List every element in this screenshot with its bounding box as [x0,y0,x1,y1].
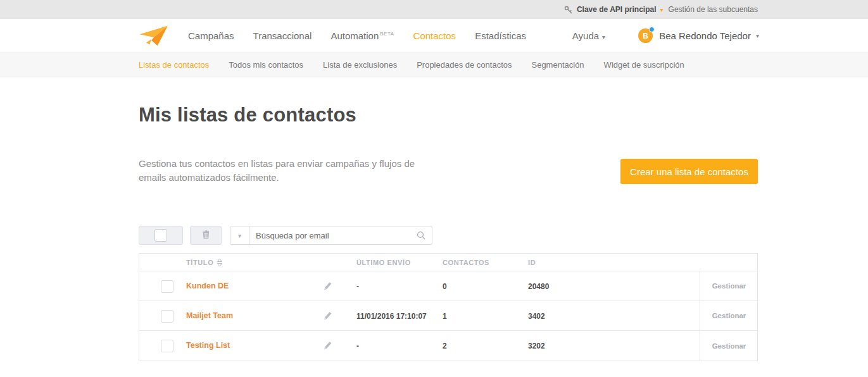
row-checkbox[interactable] [161,340,173,352]
edit-pencil-icon[interactable] [322,339,333,354]
edit-pencil-icon[interactable] [322,280,333,295]
nav-item-campanas[interactable]: Campañas [188,30,234,41]
row-checkbox[interactable] [161,310,173,323]
table-header: TÍTULO ÚLTIMO ENVÍO CONTACTOS ID [139,254,757,271]
manage-button[interactable]: Gestionar [712,342,746,350]
subnav-item-widget[interactable]: Widget de suscripción [604,60,684,70]
manage-button[interactable]: Gestionar [712,282,746,290]
column-header-ultimo-envio[interactable]: ÚLTIMO ENVÍO [356,259,411,266]
table-row: Kunden DE - 0 20480 Gestionar [139,271,757,301]
nav-item-automation[interactable]: AutomationBETA [330,30,394,41]
chevron-down-icon: ▾ [756,32,759,39]
beta-badge: BETA [380,31,394,37]
table-row: Testing List - 2 3202 Gestionar [139,331,757,361]
content: Mis listas de contactos Gestiona tus con… [0,77,868,377]
search-icon[interactable] [417,231,426,240]
subnav-item-segmentacion[interactable]: Segmentación [531,60,584,70]
chevron-down-icon: ▾ [238,232,241,239]
page-description: Gestiona tus contactos en listas para en… [139,157,436,185]
avatar: B [638,28,653,43]
last-sent-cell: - [356,342,359,350]
nav-items: Campañas Transaccional AutomationBETA Co… [188,30,526,41]
column-header-id[interactable]: ID [528,259,536,266]
trash-icon [201,229,211,242]
page: Clave de API principal ▾ Gestión de las … [0,0,868,377]
mailjet-logo-icon[interactable] [138,24,170,48]
notification-dot [649,27,655,32]
chevron-down-icon: ▾ [602,34,605,40]
id-cell: 3402 [528,312,545,321]
nav-item-automation-label: Automation [330,30,379,41]
search-input[interactable] [249,226,417,244]
select-all-button[interactable] [139,226,183,245]
id-cell: 20480 [528,282,549,291]
subnav-item-todos[interactable]: Todos mis contactos [229,60,303,70]
api-key-icon [564,6,572,14]
id-cell: 3202 [528,342,545,350]
list-title-link[interactable]: Kunden DE [186,281,229,290]
sort-icon[interactable] [217,259,222,266]
action-cell: Gestionar [700,301,758,330]
action-cell: Gestionar [700,331,758,361]
edit-pencil-icon[interactable] [322,309,333,324]
last-sent-cell: 11/01/2016 17:10:07 [356,312,427,321]
contact-lists-table: TÍTULO ÚLTIMO ENVÍO CONTACTOS ID Kunden … [139,253,758,361]
subnav-item-exclusiones[interactable]: Lista de exclusiones [323,60,397,70]
chevron-down-icon[interactable]: ▾ [660,6,664,13]
delete-button[interactable] [190,226,222,245]
row-checkbox[interactable] [161,280,173,293]
search-filter-dropdown[interactable]: ▾ [230,226,249,244]
create-list-button[interactable]: Crear una lista de contactos [620,159,758,184]
list-title-link[interactable]: Mailjet Team [186,311,233,320]
page-title: Mis listas de contactos [139,104,356,127]
main-nav: Campañas Transaccional AutomationBETA Co… [0,19,868,53]
subnav-item-propiedades[interactable]: Propiedades de contactos [417,60,512,70]
nav-item-transaccional[interactable]: Transaccional [253,30,312,41]
subaccounts-link[interactable]: Gestión de las subcuentas [669,5,758,14]
list-title-link[interactable]: Testing List [186,341,230,350]
last-sent-cell: - [356,282,359,291]
table-row: Mailjet Team 11/01/2016 17:10:07 1 3402 … [139,301,757,331]
contacts-cell: 2 [443,342,447,350]
action-cell: Gestionar [700,271,758,300]
user-menu[interactable]: B Bea Redondo Tejedor ▾ [638,28,759,43]
contacts-cell: 1 [443,312,447,321]
avatar-initial: B [643,32,648,40]
subnav-item-listas[interactable]: Listas de contactos [139,60,209,70]
help-menu[interactable]: Ayuda▾ [572,30,605,41]
select-all-checkbox[interactable] [154,229,167,242]
topbar: Clave de API principal ▾ Gestión de las … [0,0,868,19]
sub-nav: Listas de contactos Todos mis contactos … [0,53,868,77]
api-key-selector[interactable]: Clave de API principal [577,5,657,14]
help-label: Ayuda [572,30,599,41]
column-header-contactos[interactable]: CONTACTOS [443,259,489,266]
search-box: ▾ [230,226,432,245]
column-header-titulo[interactable]: TÍTULO [186,259,222,266]
nav-right: Ayuda▾ B Bea Redondo Tejedor ▾ [572,28,759,43]
column-header-titulo-label: TÍTULO [186,259,213,266]
nav-item-contactos[interactable]: Contactos [413,30,456,41]
user-name: Bea Redondo Tejedor [659,30,751,41]
contacts-cell: 0 [443,282,447,291]
manage-button[interactable]: Gestionar [712,312,746,319]
nav-item-estadisticas[interactable]: Estadísticas [475,30,526,41]
